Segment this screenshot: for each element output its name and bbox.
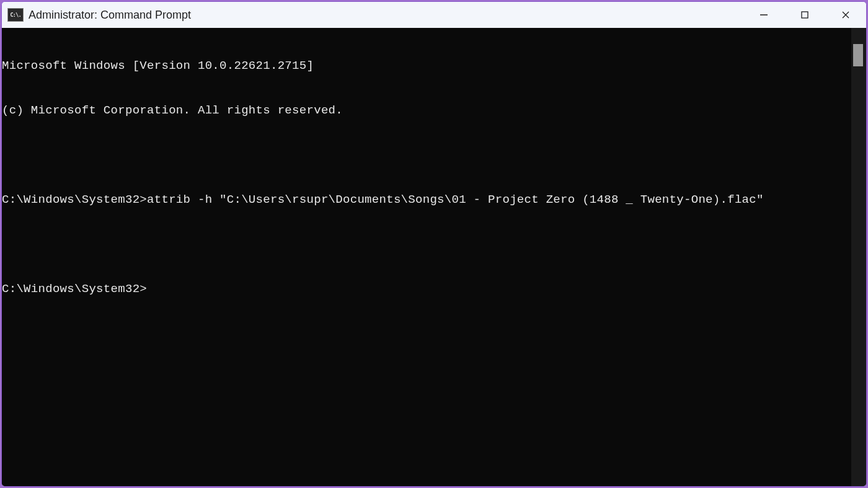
terminal-line: (c) Microsoft Corporation. All rights re… (2, 103, 851, 118)
maximize-button[interactable] (784, 2, 825, 28)
command-prompt-window: C:\. Administrator: Command Prompt (1, 1, 867, 487)
terminal-line: C:\Windows\System32>attrib -h "C:\Users\… (2, 192, 851, 207)
minimize-icon (760, 11, 768, 19)
window-title: Administrator: Command Prompt (29, 9, 743, 22)
terminal-blank-line (2, 148, 851, 162)
terminal-area: Microsoft Windows [Version 10.0.22621.27… (2, 28, 866, 486)
window-controls (743, 2, 866, 28)
minimize-button[interactable] (743, 2, 784, 28)
terminal-prompt: C:\Windows\System32> (2, 282, 851, 296)
titlebar[interactable]: C:\. Administrator: Command Prompt (2, 2, 866, 28)
terminal-line: Microsoft Windows [Version 10.0.22621.27… (2, 58, 851, 73)
svg-rect-1 (802, 12, 808, 18)
terminal-output[interactable]: Microsoft Windows [Version 10.0.22621.27… (2, 28, 851, 486)
close-button[interactable] (825, 2, 866, 28)
terminal-blank-line (2, 237, 851, 252)
vertical-scrollbar[interactable] (851, 28, 866, 486)
close-icon (841, 11, 850, 19)
scrollbar-thumb[interactable] (853, 44, 863, 66)
maximize-icon (800, 11, 809, 19)
command-prompt-icon: C:\. (7, 8, 24, 22)
